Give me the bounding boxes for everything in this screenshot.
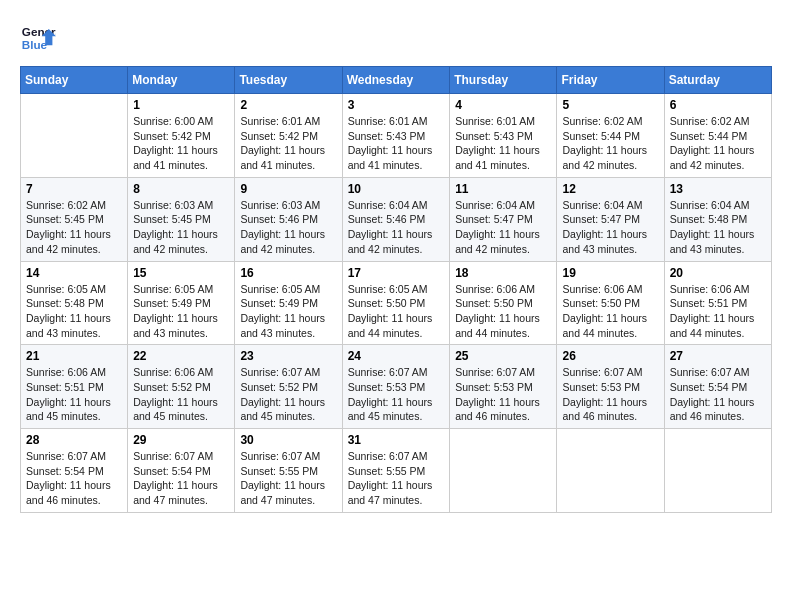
- calendar-cell: 7Sunrise: 6:02 AM Sunset: 5:45 PM Daylig…: [21, 177, 128, 261]
- calendar-header: SundayMondayTuesdayWednesdayThursdayFrid…: [21, 67, 772, 94]
- calendar-cell: 11Sunrise: 6:04 AM Sunset: 5:47 PM Dayli…: [450, 177, 557, 261]
- day-info: Sunrise: 6:07 AM Sunset: 5:55 PM Dayligh…: [348, 449, 445, 508]
- calendar-cell: 25Sunrise: 6:07 AM Sunset: 5:53 PM Dayli…: [450, 345, 557, 429]
- day-number: 5: [562, 98, 658, 112]
- calendar-cell: 19Sunrise: 6:06 AM Sunset: 5:50 PM Dayli…: [557, 261, 664, 345]
- calendar-cell: 8Sunrise: 6:03 AM Sunset: 5:45 PM Daylig…: [128, 177, 235, 261]
- day-info: Sunrise: 6:06 AM Sunset: 5:51 PM Dayligh…: [26, 365, 122, 424]
- day-info: Sunrise: 6:05 AM Sunset: 5:49 PM Dayligh…: [133, 282, 229, 341]
- calendar-cell: 21Sunrise: 6:06 AM Sunset: 5:51 PM Dayli…: [21, 345, 128, 429]
- header-cell-monday: Monday: [128, 67, 235, 94]
- calendar-cell: [557, 429, 664, 513]
- calendar-cell: 3Sunrise: 6:01 AM Sunset: 5:43 PM Daylig…: [342, 94, 450, 178]
- day-number: 27: [670, 349, 766, 363]
- day-info: Sunrise: 6:02 AM Sunset: 5:45 PM Dayligh…: [26, 198, 122, 257]
- week-row-4: 21Sunrise: 6:06 AM Sunset: 5:51 PM Dayli…: [21, 345, 772, 429]
- day-number: 26: [562, 349, 658, 363]
- day-number: 23: [240, 349, 336, 363]
- calendar-cell: 1Sunrise: 6:00 AM Sunset: 5:42 PM Daylig…: [128, 94, 235, 178]
- header-cell-sunday: Sunday: [21, 67, 128, 94]
- day-number: 18: [455, 266, 551, 280]
- day-number: 16: [240, 266, 336, 280]
- calendar-table: SundayMondayTuesdayWednesdayThursdayFrid…: [20, 66, 772, 513]
- calendar-cell: 29Sunrise: 6:07 AM Sunset: 5:54 PM Dayli…: [128, 429, 235, 513]
- day-number: 14: [26, 266, 122, 280]
- day-number: 8: [133, 182, 229, 196]
- logo-icon: General Blue: [20, 20, 56, 56]
- calendar-cell: 17Sunrise: 6:05 AM Sunset: 5:50 PM Dayli…: [342, 261, 450, 345]
- calendar-cell: 20Sunrise: 6:06 AM Sunset: 5:51 PM Dayli…: [664, 261, 771, 345]
- day-info: Sunrise: 6:05 AM Sunset: 5:50 PM Dayligh…: [348, 282, 445, 341]
- calendar-cell: [450, 429, 557, 513]
- calendar-cell: 12Sunrise: 6:04 AM Sunset: 5:47 PM Dayli…: [557, 177, 664, 261]
- calendar-cell: 5Sunrise: 6:02 AM Sunset: 5:44 PM Daylig…: [557, 94, 664, 178]
- calendar-cell: 2Sunrise: 6:01 AM Sunset: 5:42 PM Daylig…: [235, 94, 342, 178]
- day-info: Sunrise: 6:02 AM Sunset: 5:44 PM Dayligh…: [670, 114, 766, 173]
- day-info: Sunrise: 6:00 AM Sunset: 5:42 PM Dayligh…: [133, 114, 229, 173]
- day-info: Sunrise: 6:07 AM Sunset: 5:54 PM Dayligh…: [670, 365, 766, 424]
- day-number: 22: [133, 349, 229, 363]
- week-row-3: 14Sunrise: 6:05 AM Sunset: 5:48 PM Dayli…: [21, 261, 772, 345]
- day-number: 10: [348, 182, 445, 196]
- header-cell-tuesday: Tuesday: [235, 67, 342, 94]
- calendar-cell: 22Sunrise: 6:06 AM Sunset: 5:52 PM Dayli…: [128, 345, 235, 429]
- logo: General Blue: [20, 20, 56, 56]
- day-number: 20: [670, 266, 766, 280]
- day-info: Sunrise: 6:04 AM Sunset: 5:47 PM Dayligh…: [562, 198, 658, 257]
- day-info: Sunrise: 6:05 AM Sunset: 5:49 PM Dayligh…: [240, 282, 336, 341]
- day-number: 13: [670, 182, 766, 196]
- day-number: 25: [455, 349, 551, 363]
- week-row-5: 28Sunrise: 6:07 AM Sunset: 5:54 PM Dayli…: [21, 429, 772, 513]
- day-info: Sunrise: 6:07 AM Sunset: 5:54 PM Dayligh…: [26, 449, 122, 508]
- day-info: Sunrise: 6:02 AM Sunset: 5:44 PM Dayligh…: [562, 114, 658, 173]
- calendar-cell: 31Sunrise: 6:07 AM Sunset: 5:55 PM Dayli…: [342, 429, 450, 513]
- calendar-cell: 30Sunrise: 6:07 AM Sunset: 5:55 PM Dayli…: [235, 429, 342, 513]
- day-info: Sunrise: 6:07 AM Sunset: 5:54 PM Dayligh…: [133, 449, 229, 508]
- day-info: Sunrise: 6:07 AM Sunset: 5:53 PM Dayligh…: [562, 365, 658, 424]
- day-number: 4: [455, 98, 551, 112]
- day-number: 3: [348, 98, 445, 112]
- day-number: 29: [133, 433, 229, 447]
- calendar-cell: 28Sunrise: 6:07 AM Sunset: 5:54 PM Dayli…: [21, 429, 128, 513]
- day-number: 2: [240, 98, 336, 112]
- day-info: Sunrise: 6:06 AM Sunset: 5:50 PM Dayligh…: [455, 282, 551, 341]
- calendar-cell: [664, 429, 771, 513]
- day-number: 31: [348, 433, 445, 447]
- svg-text:Blue: Blue: [22, 38, 48, 51]
- day-number: 15: [133, 266, 229, 280]
- day-number: 1: [133, 98, 229, 112]
- day-info: Sunrise: 6:07 AM Sunset: 5:55 PM Dayligh…: [240, 449, 336, 508]
- calendar-cell: 27Sunrise: 6:07 AM Sunset: 5:54 PM Dayli…: [664, 345, 771, 429]
- calendar-cell: 14Sunrise: 6:05 AM Sunset: 5:48 PM Dayli…: [21, 261, 128, 345]
- day-info: Sunrise: 6:07 AM Sunset: 5:53 PM Dayligh…: [348, 365, 445, 424]
- day-info: Sunrise: 6:07 AM Sunset: 5:52 PM Dayligh…: [240, 365, 336, 424]
- page-header: General Blue: [20, 20, 772, 56]
- calendar-body: 1Sunrise: 6:00 AM Sunset: 5:42 PM Daylig…: [21, 94, 772, 513]
- day-number: 17: [348, 266, 445, 280]
- calendar-cell: 13Sunrise: 6:04 AM Sunset: 5:48 PM Dayli…: [664, 177, 771, 261]
- day-info: Sunrise: 6:01 AM Sunset: 5:42 PM Dayligh…: [240, 114, 336, 173]
- header-cell-thursday: Thursday: [450, 67, 557, 94]
- day-number: 7: [26, 182, 122, 196]
- day-number: 21: [26, 349, 122, 363]
- day-info: Sunrise: 6:05 AM Sunset: 5:48 PM Dayligh…: [26, 282, 122, 341]
- day-info: Sunrise: 6:04 AM Sunset: 5:46 PM Dayligh…: [348, 198, 445, 257]
- week-row-2: 7Sunrise: 6:02 AM Sunset: 5:45 PM Daylig…: [21, 177, 772, 261]
- day-info: Sunrise: 6:03 AM Sunset: 5:45 PM Dayligh…: [133, 198, 229, 257]
- calendar-cell: 16Sunrise: 6:05 AM Sunset: 5:49 PM Dayli…: [235, 261, 342, 345]
- week-row-1: 1Sunrise: 6:00 AM Sunset: 5:42 PM Daylig…: [21, 94, 772, 178]
- day-number: 19: [562, 266, 658, 280]
- day-number: 30: [240, 433, 336, 447]
- header-row: SundayMondayTuesdayWednesdayThursdayFrid…: [21, 67, 772, 94]
- day-number: 11: [455, 182, 551, 196]
- day-number: 9: [240, 182, 336, 196]
- day-info: Sunrise: 6:07 AM Sunset: 5:53 PM Dayligh…: [455, 365, 551, 424]
- day-number: 24: [348, 349, 445, 363]
- calendar-cell: 9Sunrise: 6:03 AM Sunset: 5:46 PM Daylig…: [235, 177, 342, 261]
- day-info: Sunrise: 6:04 AM Sunset: 5:48 PM Dayligh…: [670, 198, 766, 257]
- header-cell-saturday: Saturday: [664, 67, 771, 94]
- day-number: 6: [670, 98, 766, 112]
- header-cell-wednesday: Wednesday: [342, 67, 450, 94]
- day-info: Sunrise: 6:06 AM Sunset: 5:52 PM Dayligh…: [133, 365, 229, 424]
- calendar-cell: 24Sunrise: 6:07 AM Sunset: 5:53 PM Dayli…: [342, 345, 450, 429]
